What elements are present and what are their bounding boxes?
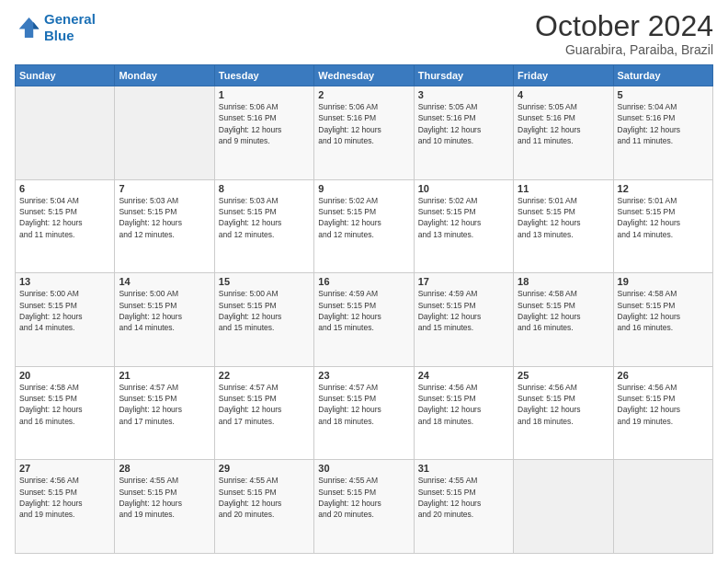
calendar-table: Sunday Monday Tuesday Wednesday Thursday… xyxy=(15,64,713,554)
day-cell: 31Sunrise: 4:55 AM Sunset: 5:15 PM Dayli… xyxy=(414,460,513,554)
col-thursday: Thursday xyxy=(414,65,513,86)
day-number: 29 xyxy=(219,463,310,474)
day-detail: Sunrise: 5:01 AM Sunset: 5:15 PM Dayligh… xyxy=(518,195,609,240)
day-number: 17 xyxy=(418,276,509,287)
day-detail: Sunrise: 4:57 AM Sunset: 5:15 PM Dayligh… xyxy=(119,382,210,427)
day-detail: Sunrise: 4:58 AM Sunset: 5:15 PM Dayligh… xyxy=(19,382,110,427)
day-cell: 22Sunrise: 4:57 AM Sunset: 5:15 PM Dayli… xyxy=(214,366,313,460)
col-friday: Friday xyxy=(514,65,613,86)
day-number: 16 xyxy=(318,276,409,287)
day-cell: 16Sunrise: 4:59 AM Sunset: 5:15 PM Dayli… xyxy=(314,273,414,367)
day-cell: 26Sunrise: 4:56 AM Sunset: 5:15 PM Dayli… xyxy=(613,366,712,460)
day-number: 31 xyxy=(418,463,509,474)
day-number: 14 xyxy=(119,276,210,287)
day-detail: Sunrise: 4:56 AM Sunset: 5:15 PM Dayligh… xyxy=(518,382,609,427)
day-cell xyxy=(115,86,214,180)
day-detail: Sunrise: 4:56 AM Sunset: 5:15 PM Dayligh… xyxy=(618,382,709,427)
week-row-1: 1Sunrise: 5:06 AM Sunset: 5:16 PM Daylig… xyxy=(16,86,713,180)
day-cell: 23Sunrise: 4:57 AM Sunset: 5:15 PM Dayli… xyxy=(314,366,414,460)
day-detail: Sunrise: 5:00 AM Sunset: 5:15 PM Dayligh… xyxy=(219,288,310,333)
day-cell: 29Sunrise: 4:55 AM Sunset: 5:15 PM Dayli… xyxy=(214,460,313,554)
day-number: 2 xyxy=(318,89,409,100)
day-detail: Sunrise: 4:57 AM Sunset: 5:15 PM Dayligh… xyxy=(219,382,310,427)
svg-marker-1 xyxy=(33,22,39,29)
col-monday: Monday xyxy=(115,65,214,86)
day-detail: Sunrise: 4:55 AM Sunset: 5:15 PM Dayligh… xyxy=(418,475,509,520)
day-number: 6 xyxy=(19,183,110,194)
day-number: 10 xyxy=(418,183,509,194)
day-cell: 10Sunrise: 5:02 AM Sunset: 5:15 PM Dayli… xyxy=(414,179,513,273)
logo: General Blue xyxy=(15,11,96,44)
day-detail: Sunrise: 4:58 AM Sunset: 5:15 PM Dayligh… xyxy=(618,288,709,333)
day-detail: Sunrise: 5:03 AM Sunset: 5:15 PM Dayligh… xyxy=(119,195,210,240)
day-cell: 5Sunrise: 5:04 AM Sunset: 5:16 PM Daylig… xyxy=(613,86,712,180)
day-number: 28 xyxy=(119,463,210,474)
day-cell: 2Sunrise: 5:06 AM Sunset: 5:16 PM Daylig… xyxy=(314,86,414,180)
day-number: 25 xyxy=(518,370,609,381)
day-cell: 25Sunrise: 4:56 AM Sunset: 5:15 PM Dayli… xyxy=(514,366,613,460)
day-number: 13 xyxy=(19,276,110,287)
day-number: 21 xyxy=(119,370,210,381)
col-tuesday: Tuesday xyxy=(214,65,313,86)
day-cell: 30Sunrise: 4:55 AM Sunset: 5:15 PM Dayli… xyxy=(314,460,414,554)
header: General Blue October 2024 Guarabira, Par… xyxy=(15,11,713,57)
calendar-body: 1Sunrise: 5:06 AM Sunset: 5:16 PM Daylig… xyxy=(16,86,713,554)
day-cell: 11Sunrise: 5:01 AM Sunset: 5:15 PM Dayli… xyxy=(514,179,613,273)
day-detail: Sunrise: 4:59 AM Sunset: 5:15 PM Dayligh… xyxy=(318,288,409,333)
day-detail: Sunrise: 5:00 AM Sunset: 5:15 PM Dayligh… xyxy=(119,288,210,333)
day-detail: Sunrise: 5:02 AM Sunset: 5:15 PM Dayligh… xyxy=(418,195,509,240)
month-title: October 2024 xyxy=(535,11,713,40)
day-cell: 24Sunrise: 4:56 AM Sunset: 5:15 PM Dayli… xyxy=(414,366,513,460)
day-cell: 9Sunrise: 5:02 AM Sunset: 5:15 PM Daylig… xyxy=(314,179,414,273)
logo-icon xyxy=(15,15,40,40)
day-detail: Sunrise: 4:58 AM Sunset: 5:15 PM Dayligh… xyxy=(518,288,609,333)
day-detail: Sunrise: 5:04 AM Sunset: 5:16 PM Dayligh… xyxy=(618,101,709,146)
day-cell: 20Sunrise: 4:58 AM Sunset: 5:15 PM Dayli… xyxy=(16,366,115,460)
day-cell: 1Sunrise: 5:06 AM Sunset: 5:16 PM Daylig… xyxy=(214,86,313,180)
page: General Blue October 2024 Guarabira, Par… xyxy=(0,0,728,563)
day-detail: Sunrise: 5:05 AM Sunset: 5:16 PM Dayligh… xyxy=(518,101,609,146)
day-cell xyxy=(613,460,712,554)
day-cell: 21Sunrise: 4:57 AM Sunset: 5:15 PM Dayli… xyxy=(115,366,214,460)
day-number: 8 xyxy=(219,183,310,194)
day-detail: Sunrise: 5:06 AM Sunset: 5:16 PM Dayligh… xyxy=(219,101,310,146)
header-row: Sunday Monday Tuesday Wednesday Thursday… xyxy=(16,65,713,86)
week-row-5: 27Sunrise: 4:56 AM Sunset: 5:15 PM Dayli… xyxy=(16,460,713,554)
day-detail: Sunrise: 4:55 AM Sunset: 5:15 PM Dayligh… xyxy=(318,475,409,520)
col-saturday: Saturday xyxy=(613,65,712,86)
day-cell: 3Sunrise: 5:05 AM Sunset: 5:16 PM Daylig… xyxy=(414,86,513,180)
day-number: 11 xyxy=(518,183,609,194)
day-cell: 8Sunrise: 5:03 AM Sunset: 5:15 PM Daylig… xyxy=(214,179,313,273)
week-row-3: 13Sunrise: 5:00 AM Sunset: 5:15 PM Dayli… xyxy=(16,273,713,367)
day-number: 1 xyxy=(219,89,310,100)
day-number: 4 xyxy=(518,89,609,100)
col-sunday: Sunday xyxy=(16,65,115,86)
logo-general: General xyxy=(44,11,96,27)
week-row-4: 20Sunrise: 4:58 AM Sunset: 5:15 PM Dayli… xyxy=(16,366,713,460)
day-number: 19 xyxy=(618,276,709,287)
day-detail: Sunrise: 5:03 AM Sunset: 5:15 PM Dayligh… xyxy=(219,195,310,240)
day-number: 22 xyxy=(219,370,310,381)
logo-blue-text: Blue xyxy=(44,28,74,43)
day-cell: 27Sunrise: 4:56 AM Sunset: 5:15 PM Dayli… xyxy=(16,460,115,554)
day-detail: Sunrise: 5:01 AM Sunset: 5:15 PM Dayligh… xyxy=(618,195,709,240)
day-cell xyxy=(514,460,613,554)
col-wednesday: Wednesday xyxy=(314,65,414,86)
day-number: 7 xyxy=(119,183,210,194)
day-number: 3 xyxy=(418,89,509,100)
day-detail: Sunrise: 5:05 AM Sunset: 5:16 PM Dayligh… xyxy=(418,101,509,146)
day-detail: Sunrise: 5:04 AM Sunset: 5:15 PM Dayligh… xyxy=(19,195,110,240)
day-detail: Sunrise: 4:59 AM Sunset: 5:15 PM Dayligh… xyxy=(418,288,509,333)
day-number: 20 xyxy=(19,370,110,381)
day-cell: 14Sunrise: 5:00 AM Sunset: 5:15 PM Dayli… xyxy=(115,273,214,367)
day-cell: 13Sunrise: 5:00 AM Sunset: 5:15 PM Dayli… xyxy=(16,273,115,367)
week-row-2: 6Sunrise: 5:04 AM Sunset: 5:15 PM Daylig… xyxy=(16,179,713,273)
day-number: 9 xyxy=(318,183,409,194)
day-cell: 19Sunrise: 4:58 AM Sunset: 5:15 PM Dayli… xyxy=(613,273,712,367)
day-cell: 15Sunrise: 5:00 AM Sunset: 5:15 PM Dayli… xyxy=(214,273,313,367)
day-detail: Sunrise: 5:00 AM Sunset: 5:15 PM Dayligh… xyxy=(19,288,110,333)
day-detail: Sunrise: 4:57 AM Sunset: 5:15 PM Dayligh… xyxy=(318,382,409,427)
day-cell: 28Sunrise: 4:55 AM Sunset: 5:15 PM Dayli… xyxy=(115,460,214,554)
day-cell: 4Sunrise: 5:05 AM Sunset: 5:16 PM Daylig… xyxy=(514,86,613,180)
day-number: 24 xyxy=(418,370,509,381)
